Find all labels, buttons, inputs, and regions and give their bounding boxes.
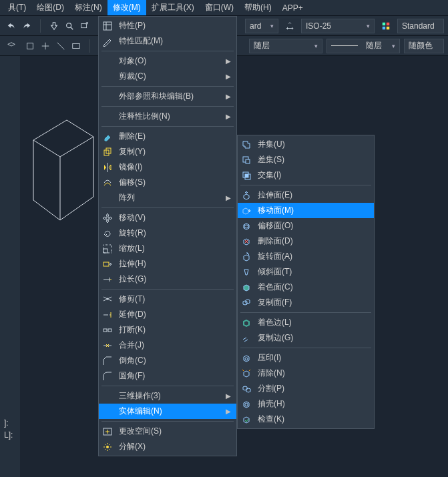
menu-item-注释性比例(N)[interactable]: 注释性比例(N)▶ [99,109,236,124]
menu-item-movef[interactable]: 移动面(M) [238,203,374,218]
menu-item-label: 抽壳(H) [258,398,369,410]
blank-icon [101,390,114,402]
dim-style-dropdown[interactable]: ISO-25▾ [301,19,375,33]
menu-item-imprint[interactable]: 压印(I) [238,350,374,366]
menu-divider [240,312,371,313]
menu-divider [101,86,234,87]
menubar-item[interactable]: 扩展工具(X) [146,0,200,15]
menu-item-trim[interactable]: 修剪(T) [99,292,236,307]
menubar-item[interactable]: 修改(M) [107,0,146,15]
menubar-item[interactable]: APP+ [277,1,308,15]
menu-item-break[interactable]: 打断(K) [99,322,236,338]
check-icon [240,414,252,426]
text-style-dropdown[interactable]: Standard [397,19,444,33]
menu-item-实体编辑(N)[interactable]: 实体编辑(N)▶ [99,404,236,419]
colore-icon [240,317,252,329]
tb2-b[interactable] [38,39,53,53]
menubar-item[interactable]: 标注(N) [69,0,107,15]
menu-item-explode[interactable]: 分解(X) [99,439,236,454]
menu-item-scale[interactable]: 缩放(L) [99,241,236,256]
menubar-item[interactable]: 具(T) [3,0,31,15]
svg-rect-4 [383,22,385,25]
menu-item-stretch[interactable]: 拉伸(H) [99,256,236,272]
vtb-1[interactable] [3,59,17,73]
tb2-a[interactable] [23,39,37,53]
menu-item-copy[interactable]: 复制(Y) [99,144,236,159]
dim-style-icon[interactable] [282,19,297,33]
menu-item-join[interactable]: 合并(J) [99,338,236,353]
menu-item-对象(O)[interactable]: 对象(O)▶ [99,53,236,69]
menu-item-label: 分割(P) [258,383,369,394]
dropdown-generic[interactable]: ard▾ [245,19,278,33]
extend-icon [101,309,114,321]
solid-edit-submenu[interactable]: 并集(U)差集(S)交集(I)拉伸面(E)移动面(M)偏移面(O)删除面(D)旋… [237,135,375,429]
menu-item-subtract[interactable]: 差集(S) [238,152,374,167]
menu-item-label: 倾斜面(T) [258,266,369,278]
tb2-c[interactable] [53,39,68,53]
menu-item-clean[interactable]: 清除(N) [238,366,374,381]
menubar-item[interactable]: 窗口(W) [200,0,239,15]
submenu-arrow-icon: ▶ [226,73,231,80]
menubar-item[interactable]: 帮助(H) [239,0,277,15]
layer-dropdown-1[interactable]: 随层▾ [249,39,322,53]
menu-item-move[interactable]: 移动(V) [99,210,236,225]
menu-item-intersect[interactable]: 交集(I) [238,167,374,183]
menu-item-rotate[interactable]: 旋转(R) [99,225,236,241]
text-style-icon[interactable] [379,19,393,33]
menu-item-label: 压印(I) [258,352,369,364]
menu-item-extrudef[interactable]: 拉伸面(E) [238,187,374,203]
tb2-d[interactable] [69,39,83,53]
menu-divider [101,289,234,290]
menubar-item[interactable]: 绘图(D) [31,0,69,15]
layer-icon[interactable] [4,39,19,53]
menu-item-label: 倒角(C) [119,355,231,366]
undo-button[interactable] [4,19,19,33]
blank-icon [101,192,114,204]
menu-item-offsetf[interactable]: 偏移面(O) [238,218,374,233]
color-dropdown[interactable]: 随颜色 [404,39,444,53]
wireframe-cube [20,113,100,227]
menu-item-deletef[interactable]: 删除面(D) [238,233,374,249]
color-value: 随颜色 [409,40,433,51]
lengthen-icon [101,274,114,286]
explode-icon [101,441,114,453]
scale-icon [101,243,114,255]
modify-menu[interactable]: 特性(P)特性匹配(M)对象(O)▶剪裁(C)▶外部参照和块编辑(B)▶注释性比… [98,16,237,456]
menu-item-copyf[interactable]: 复制面(F) [238,295,374,310]
menu-item-check[interactable]: 检查(K) [238,412,374,427]
zoom-window-button[interactable] [77,19,92,33]
submenu-arrow-icon: ▶ [226,408,231,415]
menu-item-mirror[interactable]: 镜像(I) [99,159,236,175]
menu-item-label: 复制面(F) [258,297,369,308]
menu-item-union[interactable]: 并集(U) [238,137,374,152]
menu-item-matchprop[interactable]: 特性匹配(M) [99,33,236,49]
separate-icon [240,383,252,395]
zoom-extents-button[interactable] [62,19,77,33]
menu-item-extend[interactable]: 延伸(D) [99,307,236,322]
menu-item-label: 着色面(C) [258,282,369,293]
menu-item-阵列[interactable]: 阵列▶ [99,190,236,205]
menu-item-separate[interactable]: 分割(P) [238,381,374,396]
menu-item-三维操作(3)[interactable]: 三维操作(3)▶ [99,388,236,404]
menu-item-label: 分解(X) [119,441,231,452]
menu-item-colorf[interactable]: 着色面(C) [238,280,374,295]
menu-item-rotatef[interactable]: 旋转面(A) [238,249,374,264]
menu-item-taperf[interactable]: 倾斜面(T) [238,264,374,280]
menu-item-shell[interactable]: 抽壳(H) [238,396,374,412]
colorf-icon [240,282,252,294]
pan-button[interactable] [47,19,61,33]
menu-item-外部参照和块编辑(B)[interactable]: 外部参照和块编辑(B)▶ [99,89,236,104]
menu-item-colore[interactable]: 着色边(L) [238,315,374,330]
menu-item-剪裁(C)[interactable]: 剪裁(C)▶ [99,69,236,84]
menu-item-offset[interactable]: 偏移(S) [99,175,236,190]
menu-item-properties[interactable]: 特性(P) [99,18,236,33]
menu-item-lengthen[interactable]: 拉长(G) [99,272,236,287]
menu-item-erase[interactable]: 删除(E) [99,129,236,144]
menu-item-label: 旋转面(A) [258,251,369,262]
menu-item-chspace[interactable]: 更改空间(S) [99,424,236,439]
lineweight-dropdown[interactable]: 随层▾ [326,39,400,53]
menu-item-copye[interactable]: 复制边(G) [238,330,374,346]
menu-item-chamfer[interactable]: 倒角(C) [99,353,236,368]
menu-item-fillet[interactable]: 圆角(F) [99,368,236,384]
redo-button[interactable] [19,19,34,33]
